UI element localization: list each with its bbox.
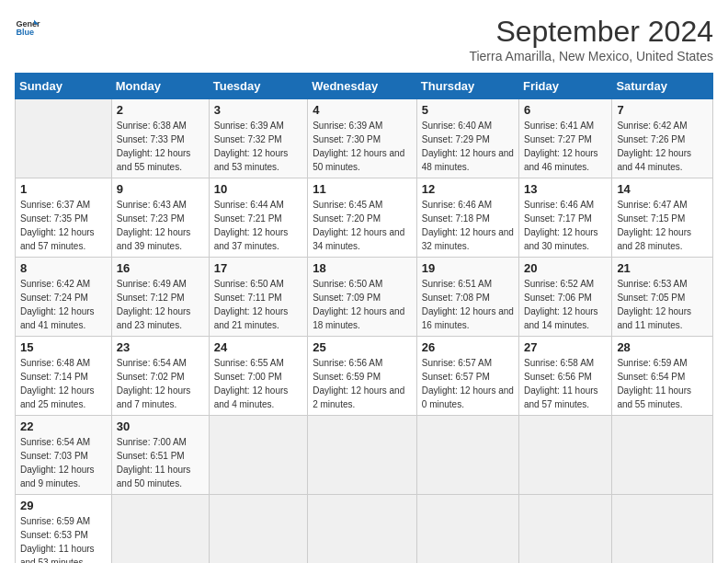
calendar-cell: 20Sunrise: 6:52 AMSunset: 7:06 PMDayligh… xyxy=(518,258,611,337)
calendar-week-1: 2Sunrise: 6:38 AMSunset: 7:33 PMDaylight… xyxy=(16,99,713,178)
day-number: 24 xyxy=(214,340,302,354)
day-info: Sunrise: 6:55 AMSunset: 7:00 PMDaylight:… xyxy=(214,356,302,411)
day-info: Sunrise: 6:53 AMSunset: 7:05 PMDaylight:… xyxy=(617,277,708,332)
day-number: 12 xyxy=(422,182,514,196)
calendar-cell: 1Sunrise: 6:37 AMSunset: 7:35 PMDaylight… xyxy=(16,178,112,258)
day-info: Sunrise: 6:46 AMSunset: 7:18 PMDaylight:… xyxy=(422,198,514,253)
calendar-cell: 11Sunrise: 6:45 AMSunset: 7:20 PMDayligh… xyxy=(308,178,417,258)
day-info: Sunrise: 6:54 AMSunset: 7:02 PMDaylight:… xyxy=(117,356,204,411)
calendar-cell: 28Sunrise: 6:59 AMSunset: 6:54 PMDayligh… xyxy=(612,337,713,416)
calendar-cell: 18Sunrise: 6:50 AMSunset: 7:09 PMDayligh… xyxy=(308,258,417,337)
day-number: 23 xyxy=(117,340,204,354)
day-number: 26 xyxy=(422,340,514,354)
calendar-cell: 5Sunrise: 6:40 AMSunset: 7:29 PMDaylight… xyxy=(416,99,518,178)
calendar-title: September 2024 xyxy=(469,15,713,49)
calendar-cell xyxy=(416,495,518,564)
calendar-cell: 16Sunrise: 6:49 AMSunset: 7:12 PMDayligh… xyxy=(111,258,209,337)
day-number: 9 xyxy=(117,182,204,196)
title-area: September 2024 Tierra Amarilla, New Mexi… xyxy=(469,15,713,63)
calendar-cell: 22Sunrise: 6:54 AMSunset: 7:03 PMDayligh… xyxy=(16,416,112,495)
calendar-cell: 24Sunrise: 6:55 AMSunset: 7:00 PMDayligh… xyxy=(209,337,307,416)
calendar-cell: 4Sunrise: 6:39 AMSunset: 7:30 PMDaylight… xyxy=(308,99,417,178)
day-number: 6 xyxy=(524,103,607,117)
calendar-cell: 9Sunrise: 6:43 AMSunset: 7:23 PMDaylight… xyxy=(111,178,209,258)
calendar-cell: 10Sunrise: 6:44 AMSunset: 7:21 PMDayligh… xyxy=(209,178,307,258)
day-number: 3 xyxy=(214,103,302,117)
calendar-week-4: 15Sunrise: 6:48 AMSunset: 7:14 PMDayligh… xyxy=(16,337,713,416)
calendar-cell: 3Sunrise: 6:39 AMSunset: 7:32 PMDaylight… xyxy=(209,99,307,178)
calendar-week-6: 29Sunrise: 6:59 AMSunset: 6:53 PMDayligh… xyxy=(16,495,713,564)
day-info: Sunrise: 6:50 AMSunset: 7:11 PMDaylight:… xyxy=(214,277,302,332)
calendar-subtitle: Tierra Amarilla, New Mexico, United Stat… xyxy=(469,49,713,63)
day-info: Sunrise: 6:37 AMSunset: 7:35 PMDaylight:… xyxy=(20,198,107,253)
calendar-week-2: 1Sunrise: 6:37 AMSunset: 7:35 PMDaylight… xyxy=(16,178,713,258)
calendar-cell xyxy=(209,416,307,495)
day-number: 2 xyxy=(117,103,204,117)
day-info: Sunrise: 6:56 AMSunset: 6:59 PMDaylight:… xyxy=(313,356,412,411)
day-number: 4 xyxy=(313,103,412,117)
day-number: 10 xyxy=(214,182,302,196)
calendar-cell xyxy=(111,495,209,564)
calendar-week-5: 22Sunrise: 6:54 AMSunset: 7:03 PMDayligh… xyxy=(16,416,713,495)
calendar-cell: 14Sunrise: 6:47 AMSunset: 7:15 PMDayligh… xyxy=(612,178,713,258)
calendar-cell: 2Sunrise: 6:38 AMSunset: 7:33 PMDaylight… xyxy=(111,99,209,178)
col-tuesday: Tuesday xyxy=(209,74,307,99)
calendar-cell: 17Sunrise: 6:50 AMSunset: 7:11 PMDayligh… xyxy=(209,258,307,337)
day-number: 7 xyxy=(617,103,708,117)
calendar-body: 2Sunrise: 6:38 AMSunset: 7:33 PMDaylight… xyxy=(16,99,713,564)
calendar-cell: 25Sunrise: 6:56 AMSunset: 6:59 PMDayligh… xyxy=(308,337,417,416)
calendar-cell xyxy=(209,495,307,564)
calendar-cell xyxy=(612,495,713,564)
header-row: Sunday Monday Tuesday Wednesday Thursday… xyxy=(16,74,713,99)
day-number: 16 xyxy=(117,261,204,275)
calendar-table: Sunday Monday Tuesday Wednesday Thursday… xyxy=(15,73,713,563)
day-info: Sunrise: 6:43 AMSunset: 7:23 PMDaylight:… xyxy=(117,198,204,253)
calendar-cell: 21Sunrise: 6:53 AMSunset: 7:05 PMDayligh… xyxy=(612,258,713,337)
day-number: 21 xyxy=(617,261,708,275)
day-number: 27 xyxy=(524,340,607,354)
calendar-cell xyxy=(16,99,112,178)
calendar-cell xyxy=(308,416,417,495)
calendar-cell: 7Sunrise: 6:42 AMSunset: 7:26 PMDaylight… xyxy=(612,99,713,178)
day-info: Sunrise: 6:39 AMSunset: 7:30 PMDaylight:… xyxy=(313,119,412,174)
col-wednesday: Wednesday xyxy=(308,74,417,99)
day-info: Sunrise: 6:42 AMSunset: 7:24 PMDaylight:… xyxy=(20,277,107,332)
day-info: Sunrise: 6:47 AMSunset: 7:15 PMDaylight:… xyxy=(617,198,708,253)
calendar-cell: 19Sunrise: 6:51 AMSunset: 7:08 PMDayligh… xyxy=(416,258,518,337)
calendar-cell xyxy=(416,416,518,495)
day-number: 17 xyxy=(214,261,302,275)
calendar-cell xyxy=(612,416,713,495)
day-number: 13 xyxy=(524,182,607,196)
day-info: Sunrise: 6:38 AMSunset: 7:33 PMDaylight:… xyxy=(117,119,204,174)
day-info: Sunrise: 6:46 AMSunset: 7:17 PMDaylight:… xyxy=(524,198,607,253)
day-number: 25 xyxy=(313,340,412,354)
day-info: Sunrise: 6:50 AMSunset: 7:09 PMDaylight:… xyxy=(313,277,412,332)
day-number: 30 xyxy=(117,419,204,433)
day-info: Sunrise: 6:57 AMSunset: 6:57 PMDaylight:… xyxy=(422,356,514,411)
day-number: 1 xyxy=(20,182,107,196)
col-friday: Friday xyxy=(518,74,611,99)
day-info: Sunrise: 7:00 AMSunset: 6:51 PMDaylight:… xyxy=(117,435,204,490)
day-info: Sunrise: 6:44 AMSunset: 7:21 PMDaylight:… xyxy=(214,198,302,253)
col-saturday: Saturday xyxy=(612,74,713,99)
day-info: Sunrise: 6:39 AMSunset: 7:32 PMDaylight:… xyxy=(214,119,302,174)
day-info: Sunrise: 6:49 AMSunset: 7:12 PMDaylight:… xyxy=(117,277,204,332)
calendar-cell xyxy=(518,495,611,564)
day-info: Sunrise: 6:42 AMSunset: 7:26 PMDaylight:… xyxy=(617,119,708,174)
logo: General Blue xyxy=(15,15,40,40)
calendar-cell: 29Sunrise: 6:59 AMSunset: 6:53 PMDayligh… xyxy=(16,495,112,564)
day-info: Sunrise: 6:41 AMSunset: 7:27 PMDaylight:… xyxy=(524,119,607,174)
calendar-week-3: 8Sunrise: 6:42 AMSunset: 7:24 PMDaylight… xyxy=(16,258,713,337)
day-number: 20 xyxy=(524,261,607,275)
day-number: 22 xyxy=(20,419,107,433)
calendar-cell xyxy=(308,495,417,564)
calendar-cell: 6Sunrise: 6:41 AMSunset: 7:27 PMDaylight… xyxy=(518,99,611,178)
calendar-cell: 13Sunrise: 6:46 AMSunset: 7:17 PMDayligh… xyxy=(518,178,611,258)
svg-text:Blue: Blue xyxy=(16,28,34,37)
day-number: 29 xyxy=(20,499,107,512)
calendar-cell xyxy=(518,416,611,495)
col-sunday: Sunday xyxy=(16,74,112,99)
col-thursday: Thursday xyxy=(416,74,518,99)
day-number: 19 xyxy=(422,261,514,275)
day-info: Sunrise: 6:40 AMSunset: 7:29 PMDaylight:… xyxy=(422,119,514,174)
